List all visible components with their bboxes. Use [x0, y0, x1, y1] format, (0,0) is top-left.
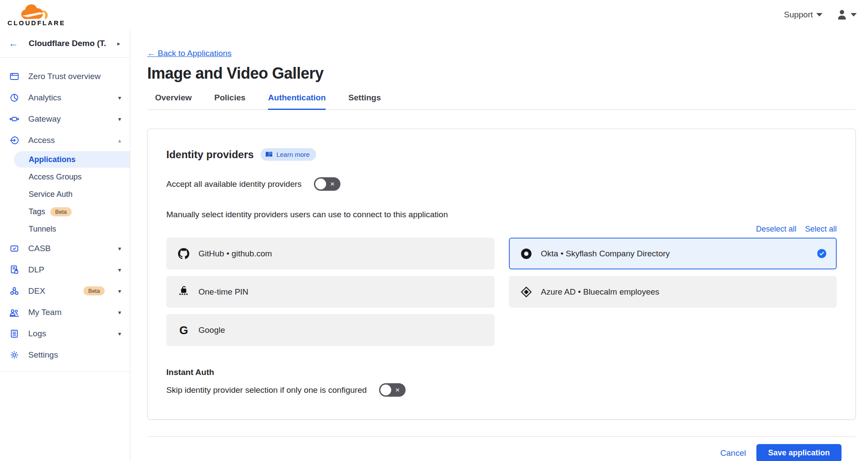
google-icon: G	[178, 325, 190, 336]
check-icon	[817, 249, 826, 258]
sidebar-subitem-label: Tags	[29, 207, 45, 216]
otp-stars: ****	[179, 292, 188, 298]
sidebar-item-tags[interactable]: Tags Beta	[0, 203, 130, 220]
provider-grid: GitHub • github.com Okta • Skyflash Comp…	[166, 238, 837, 346]
sidebar-item-access[interactable]: Access ▴	[0, 129, 130, 151]
deselect-all-link[interactable]: Deselect all	[756, 225, 796, 234]
chevron-down-icon: ▾	[118, 116, 121, 123]
sidebar-subitem-label: Applications	[29, 155, 76, 164]
github-icon	[178, 248, 190, 259]
cancel-button[interactable]: Cancel	[720, 448, 746, 458]
sidebar-item-dlp[interactable]: DLP ▾	[0, 259, 130, 280]
gateway-icon	[9, 114, 20, 124]
back-to-applications-link[interactable]: ← Back to Applications	[147, 49, 231, 58]
beta-badge: Beta	[50, 207, 72, 216]
provider-label: Azure AD • Bluecalm employees	[541, 287, 827, 297]
sidebar-item-settings[interactable]: Settings	[0, 344, 130, 365]
provider-google[interactable]: G Google	[166, 314, 495, 346]
toggle-off-x-icon: ×	[391, 386, 404, 394]
accept-all-toggle[interactable]: ×	[314, 177, 340, 191]
toggle-off-x-icon: ×	[326, 180, 339, 188]
sidebar-item-casb[interactable]: CASB ▾	[0, 238, 130, 259]
access-subnav: Applications Access Groups Service Auth …	[0, 151, 130, 238]
sidebar-item-label: Gateway	[28, 114, 110, 124]
cloudflare-logo[interactable]: CLOUDFLARE	[6, 3, 67, 27]
instant-auth-heading: Instant Auth	[166, 368, 837, 377]
learn-more-badge[interactable]: Learn more	[261, 148, 316, 161]
chevron-down-icon: ▾	[118, 245, 121, 252]
sidebar-subitem-label: Service Auth	[29, 190, 73, 199]
sidebar-item-applications[interactable]: Applications	[0, 151, 130, 168]
logs-icon	[9, 328, 20, 339]
provider-label: Google	[198, 325, 484, 335]
chevron-right-icon[interactable]: ▸	[117, 40, 120, 47]
account-switcher[interactable]: ← Cloudflare Demo (T... ▸	[0, 30, 130, 57]
sidebar-item-my-team[interactable]: My Team ▾	[0, 302, 130, 323]
back-arrow-icon[interactable]: ←	[9, 39, 18, 48]
sidebar-item-service-auth[interactable]: Service Auth	[0, 186, 130, 203]
team-icon	[9, 307, 20, 318]
sidebar-item-dex[interactable]: DEX Beta ▾	[0, 280, 130, 302]
sidebar-item-analytics[interactable]: Analytics ▾	[0, 87, 130, 108]
sidebar: ← Cloudflare Demo (T... ▸ Zero Trust ove…	[0, 30, 130, 461]
cloudflare-logo-text: CLOUDFLARE	[7, 19, 65, 27]
sidebar-item-label: Access	[28, 136, 110, 145]
sidebar-item-tunnels[interactable]: Tunnels	[0, 220, 130, 238]
tab-policies[interactable]: Policies	[215, 93, 246, 109]
sidebar-bottom-divider	[0, 371, 130, 372]
sidebar-item-label: My Team	[28, 308, 110, 317]
person-icon	[837, 10, 847, 20]
sidebar-item-label: Analytics	[28, 93, 110, 103]
tab-overview[interactable]: Overview	[155, 93, 192, 109]
provider-one-time-pin[interactable]: **** One-time PIN	[166, 276, 495, 308]
save-application-button[interactable]: Save application	[756, 444, 842, 461]
identity-providers-card: Identity providers Learn more Accept all…	[147, 129, 856, 420]
casb-icon	[9, 243, 20, 254]
provider-github[interactable]: GitHub • github.com	[166, 238, 495, 269]
active-pill: Applications	[14, 151, 130, 168]
cloudflare-cloud-icon	[20, 3, 53, 20]
accept-all-label: Accept all available identity providers	[166, 179, 302, 189]
chevron-up-icon: ▴	[118, 137, 121, 144]
okta-icon	[520, 249, 532, 259]
provider-azure-ad[interactable]: Azure AD • Bluecalm employees	[509, 276, 837, 308]
tab-settings[interactable]: Settings	[348, 93, 381, 109]
skip-selection-label: Skip identity provider selection if only…	[166, 385, 367, 395]
topbar: CLOUDFLARE Support	[0, 0, 868, 30]
sidebar-item-label: Logs	[28, 329, 110, 338]
page-title: Image and Video Gallery	[147, 64, 856, 83]
card-title: Identity providers	[166, 149, 254, 161]
footer-divider	[147, 436, 856, 437]
sidebar-item-gateway[interactable]: Gateway ▾	[0, 108, 130, 129]
one-time-pin-icon: ****	[178, 286, 190, 298]
instant-auth-toggle[interactable]: ×	[379, 383, 406, 397]
access-icon	[9, 135, 20, 146]
manual-select-text: Manually select identity providers users…	[166, 210, 837, 219]
chevron-down-icon: ▾	[118, 309, 121, 316]
support-menu[interactable]: Support	[784, 10, 822, 20]
dlp-icon	[9, 265, 20, 275]
support-label: Support	[784, 10, 813, 20]
footer-actions: Cancel Save application	[147, 444, 856, 461]
azure-ad-icon	[520, 286, 532, 298]
account-name: Cloudflare Demo (T...	[29, 39, 107, 48]
beta-badge: Beta	[83, 286, 105, 295]
provider-label: Okta • Skyflash Company Directory	[541, 249, 809, 259]
user-menu[interactable]	[837, 10, 857, 20]
window-icon	[9, 71, 20, 82]
sidebar-item-logs[interactable]: Logs ▾	[0, 323, 130, 344]
sidebar-item-access-groups[interactable]: Access Groups	[0, 168, 130, 186]
provider-label: One-time PIN	[198, 287, 484, 297]
gear-icon	[9, 350, 20, 360]
tab-authentication[interactable]: Authentication	[268, 93, 326, 110]
sidebar-item-label: DEX	[28, 286, 75, 296]
select-all-link[interactable]: Select all	[805, 225, 837, 234]
sidebar-item-label: Zero Trust overview	[28, 72, 121, 81]
sidebar-item-zero-trust-overview[interactable]: Zero Trust overview	[0, 66, 130, 87]
chevron-down-icon: ▾	[118, 94, 121, 101]
chevron-down-icon: ▾	[118, 266, 121, 273]
provider-okta[interactable]: Okta • Skyflash Company Directory	[509, 238, 837, 269]
sidebar-nav: Zero Trust overview Analytics ▾ Gateway	[0, 58, 130, 372]
sidebar-subitem-label: Access Groups	[29, 172, 82, 182]
book-icon	[265, 151, 273, 158]
